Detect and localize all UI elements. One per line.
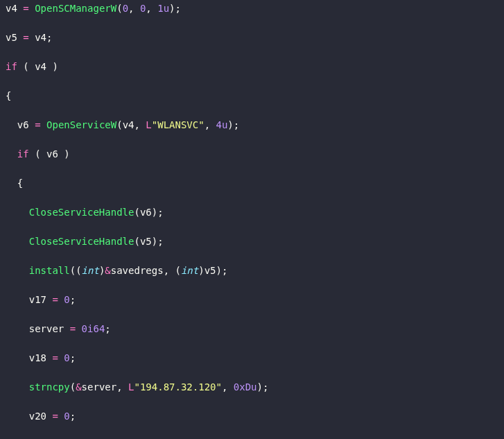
code-token-id: savedregs	[111, 265, 164, 276]
code-token-num: 0	[64, 294, 69, 305]
code-token-p: ;	[46, 32, 52, 43]
code-line[interactable]: CloseServiceHandle(v5);	[6, 234, 498, 249]
code-token-p: ,	[128, 3, 140, 14]
code-token-p: ((	[70, 265, 82, 276]
code-token-op: =	[35, 119, 40, 130]
code-token-num: 0	[123, 3, 128, 14]
code-token-id: v6	[46, 148, 58, 160]
code-token-p: )	[58, 148, 70, 160]
code-token-num: 1u	[157, 3, 169, 14]
code-token-id: v4	[35, 61, 46, 72]
code-line[interactable]: v6 = OpenServiceW(v4, L"WLANSVC", 4u);	[6, 118, 498, 132]
code-token-p: {	[6, 90, 11, 101]
code-token-type: int	[82, 265, 99, 276]
code-token-p: (	[116, 119, 122, 130]
code-token-p: )	[198, 265, 204, 276]
code-token-p: (	[116, 3, 122, 14]
code-token-kw: if	[6, 61, 17, 72]
code-token-num: 0xDu	[234, 381, 257, 393]
code-block[interactable]: v4 = OpenSCManagerW(0, 0, 1u); v5 = v4; …	[0, 0, 504, 439]
code-line[interactable]: server = 0i64;	[6, 322, 498, 336]
code-token-id: v4	[6, 3, 17, 14]
code-token-fn: strncpy	[29, 381, 70, 393]
code-token-p: ,	[146, 3, 157, 14]
code-line[interactable]: if ( v6 )	[6, 147, 498, 162]
code-token-op: =	[70, 323, 76, 334]
code-token-num: 0	[64, 411, 69, 422]
code-line[interactable]: {	[6, 176, 498, 191]
code-token-p: {	[17, 178, 23, 189]
code-token-p: (	[29, 148, 46, 160]
code-line[interactable]: v17 = 0;	[6, 293, 498, 307]
code-line[interactable]: {	[6, 89, 498, 103]
code-token-p	[64, 323, 69, 334]
code-token-fn: OpenSCManagerW	[35, 3, 116, 14]
code-line[interactable]: v4 = OpenSCManagerW(0, 0, 1u);	[6, 1, 498, 16]
code-token-id: server	[29, 323, 64, 334]
code-token-p: ;	[70, 294, 76, 305]
code-token-op: =	[52, 352, 58, 363]
code-token-kw: if	[17, 148, 29, 160]
code-line[interactable]: if ( v4 )	[6, 60, 498, 74]
code-token-fn: CloseServiceHandle	[29, 236, 134, 247]
code-token-num: 0i64	[82, 323, 105, 334]
code-token-p: );	[216, 265, 228, 276]
code-token-p: ;	[70, 411, 76, 422]
code-token-op: &	[105, 265, 110, 276]
code-token-id: v6	[17, 119, 29, 130]
code-token-op: =	[23, 3, 28, 14]
code-token-num: 4u	[216, 119, 228, 130]
code-token-id: server	[82, 381, 117, 393]
code-token-p: )	[46, 61, 58, 72]
code-token-str: "WLANSVC"	[152, 119, 205, 130]
code-token-p: ;	[70, 352, 76, 363]
code-token-id: v20	[29, 411, 46, 422]
code-token-p: (	[134, 236, 139, 247]
code-token-str: "194.87.32.120"	[134, 381, 221, 393]
code-token-op: =	[52, 294, 58, 305]
code-line[interactable]: strncpy(&server, L"194.87.32.120", 0xDu)…	[6, 380, 498, 395]
code-token-p: );	[152, 207, 164, 218]
code-token-p: );	[169, 3, 181, 14]
code-token-op: =	[52, 411, 58, 422]
code-token-id: v4	[123, 119, 134, 130]
code-token-p: );	[227, 119, 239, 130]
code-token-p	[29, 3, 35, 14]
code-token-p: ,	[205, 119, 216, 130]
code-token-op: =	[23, 32, 28, 43]
code-token-p	[29, 32, 35, 43]
code-line[interactable]: install((int)&savedregs, (int)v5);	[6, 264, 498, 278]
code-token-p: ,	[116, 381, 128, 393]
code-token-p: (	[70, 381, 76, 393]
code-token-id: v4	[35, 32, 46, 43]
code-token-id: v5	[140, 236, 152, 247]
code-token-fn: CloseServiceHandle	[29, 207, 134, 218]
code-token-strp: L	[146, 119, 151, 130]
code-token-p	[41, 119, 46, 130]
code-token-p: ;	[105, 323, 110, 334]
code-token-p: (	[134, 207, 139, 218]
code-line[interactable]: CloseServiceHandle(v6);	[6, 205, 498, 220]
code-token-p	[29, 119, 35, 130]
code-token-id: v5	[6, 32, 17, 43]
code-token-p: ,	[134, 119, 146, 130]
code-token-p: (	[17, 61, 35, 72]
code-token-p	[76, 323, 81, 334]
code-token-id: v17	[29, 294, 46, 305]
code-token-num: 0	[64, 352, 69, 363]
code-token-op: &	[76, 381, 81, 393]
code-token-type: int	[181, 265, 198, 276]
code-token-fn: OpenServiceW	[46, 119, 116, 130]
code-line[interactable]: v20 = 0;	[6, 409, 498, 424]
code-token-id: v6	[140, 207, 152, 218]
code-token-p: );	[152, 236, 164, 247]
code-token-p: );	[257, 381, 269, 393]
code-line[interactable]: v5 = v4;	[6, 31, 498, 45]
code-line[interactable]: v18 = 0;	[6, 351, 498, 365]
code-token-id: v18	[29, 352, 46, 363]
code-token-p: ,	[222, 381, 234, 393]
code-token-id: v5	[205, 265, 216, 276]
code-token-p: , (	[164, 265, 181, 276]
code-token-fn: install	[29, 265, 70, 276]
